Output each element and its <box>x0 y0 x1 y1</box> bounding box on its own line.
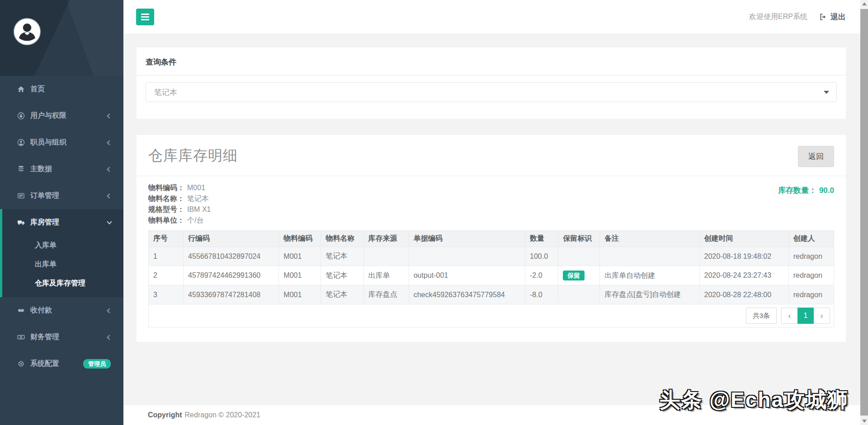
nav-block-master-data: 主数据 <box>0 156 123 182</box>
nav-block-finance-management: 财务管理 <box>0 324 123 350</box>
inventory-table: 序号行编码物料编码物料名称库存来源单据编码数量保留标识备注创建时间创建人1455… <box>148 230 834 304</box>
avatar[interactable] <box>13 18 41 46</box>
info-value: 笔记本 <box>187 195 209 202</box>
table-header-cell: 备注 <box>600 231 699 247</box>
nav-block-system-config: 系统配置管理员 <box>0 350 123 377</box>
nav-block-order-management: 订单管理 <box>0 182 123 209</box>
scrollbar[interactable] <box>860 0 868 425</box>
scroll-down-icon[interactable] <box>860 417 868 425</box>
table-header-cell: 创建时间 <box>699 231 788 247</box>
chevron-left-icon <box>107 140 112 145</box>
sidebar-subitem-outbound-order[interactable]: 出库单 <box>2 255 123 274</box>
menu-toggle-button[interactable] <box>136 9 154 25</box>
sidebar-item-receipts-payments[interactable]: 收付款 <box>0 297 123 324</box>
table-header-cell: 序号 <box>149 231 184 247</box>
pagination-prev-button[interactable]: ‹ <box>781 308 797 324</box>
info-label: 物料编码： <box>148 184 184 191</box>
scroll-up-icon[interactable] <box>860 0 868 8</box>
table-header-cell: 物料名称 <box>321 231 363 247</box>
truck-icon <box>17 219 25 227</box>
sidebar-profile <box>0 0 123 76</box>
info-value: M001 <box>187 184 205 191</box>
sidebar-item-master-data[interactable]: 主数据 <box>0 156 123 182</box>
sidebar-subitem-inbound-order[interactable]: 入库单 <box>2 236 123 255</box>
pagination-next-button[interactable]: › <box>814 308 830 324</box>
role-badge: 管理员 <box>83 359 111 369</box>
chevron-left-icon <box>107 308 112 313</box>
sidebar-item-system-config[interactable]: 系统配置管理员 <box>0 350 123 377</box>
nav-block-home: 首页 <box>0 76 123 103</box>
welcome-text: 欢迎使用ERP系统 <box>749 12 807 22</box>
table-header-cell: 库存来源 <box>363 231 409 247</box>
table-row: 3459336978747281408M001笔记本库存盘点check45926… <box>149 285 834 304</box>
sidebar-item-home[interactable]: 首页 <box>0 76 123 103</box>
nav-block-receipts-payments: 收付款 <box>0 297 123 324</box>
money-icon <box>17 333 25 341</box>
stock-quantity: 库存数量：90.0 <box>778 185 834 196</box>
orders-icon <box>17 192 25 200</box>
user-icon <box>17 139 25 147</box>
sidebar-item-staff-organization[interactable]: 职员与组织 <box>0 129 123 156</box>
sidebar-item-warehouse-management[interactable]: 库房管理 <box>2 209 123 236</box>
reserve-badge: 保留 <box>563 271 585 280</box>
material-info: 物料编码：M001 物料名称：笔记本 规格型号：IBM X1 物料单位：个/台 … <box>148 176 834 230</box>
scrollbar-thumb[interactable] <box>860 9 868 416</box>
table-header-cell: 创建人 <box>788 231 834 247</box>
sign-out-icon <box>819 13 827 21</box>
lock-icon <box>17 112 25 120</box>
table-header-cell: 数量 <box>525 231 558 247</box>
caret-down-icon <box>824 91 829 94</box>
nav-block-users-permissions: 用户与权限 <box>0 103 123 129</box>
sidebar-item-finance-management[interactable]: 财务管理 <box>0 324 123 350</box>
pagination: 共3条 ‹ 1 › <box>148 304 834 327</box>
chevron-down-icon <box>107 219 112 224</box>
nav-block-warehouse-management: 库房管理入库单出库单仓库及库存管理 <box>0 209 123 297</box>
table-header-cell: 保留标识 <box>558 231 600 247</box>
submenu: 入库单出库单仓库及库存管理 <box>2 236 123 297</box>
page-title: 仓库库存明细 <box>148 146 834 166</box>
material-select[interactable]: 笔记本 <box>146 82 837 102</box>
chevron-left-icon <box>107 335 112 340</box>
info-label: 物料名称： <box>148 195 184 202</box>
home-icon <box>17 85 25 93</box>
chevron-left-icon <box>107 193 112 198</box>
nav-block-staff-organization: 职员与组织 <box>0 129 123 156</box>
sidebar-item-order-management[interactable]: 订单管理 <box>0 182 123 209</box>
inventory-detail-panel: 仓库库存明细 返回 物料编码：M001 物料名称：笔记本 规格型号：IBM X1… <box>137 135 846 342</box>
logout-button[interactable]: 退出 <box>819 12 846 22</box>
table-header-cell: 物料编码 <box>279 231 321 247</box>
back-button[interactable]: 返回 <box>798 146 834 167</box>
topbar: 欢迎使用ERP系统 退出 <box>123 0 860 33</box>
hamburger-icon <box>141 14 149 15</box>
sidebar-subitem-warehouse-inventory[interactable]: 仓库及库存管理 <box>2 274 123 293</box>
info-label: 物料单位： <box>148 216 184 224</box>
database-icon <box>17 165 25 173</box>
copyright-text: Copyright <box>148 411 182 419</box>
main-area: 欢迎使用ERP系统 退出 查询条件 笔记本 仓库库存明细 <box>123 0 860 425</box>
handshake-icon <box>17 307 25 315</box>
pagination-total: 共3条 <box>746 308 777 324</box>
info-label: 规格型号： <box>148 205 184 213</box>
chevron-left-icon <box>107 167 112 172</box>
sidebar-nav: 首页用户与权限职员与组织主数据订单管理库房管理入库单出库单仓库及库存管理收付款财… <box>0 76 123 377</box>
footer: Copyright Redragon © 2020-2021 <box>123 405 860 425</box>
table-header-row: 序号行编码物料编码物料名称库存来源单据编码数量保留标识备注创建时间创建人 <box>149 231 834 247</box>
chevron-left-icon <box>107 113 112 118</box>
table-header-cell: 行编码 <box>184 231 279 247</box>
table-row: 2457897424462991360M001笔记本出库单output-001-… <box>149 266 834 285</box>
query-panel: 查询条件 笔记本 <box>137 47 846 119</box>
material-select-value: 笔记本 <box>154 87 177 98</box>
table-header-cell: 单据编码 <box>409 231 525 247</box>
pagination-page-1[interactable]: 1 <box>797 308 814 324</box>
gear-icon <box>17 360 25 368</box>
info-value: IBM X1 <box>187 205 211 213</box>
sidebar: 首页用户与权限职员与组织主数据订单管理库房管理入库单出库单仓库及库存管理收付款财… <box>0 0 123 425</box>
info-value: 个/台 <box>187 216 203 224</box>
table-row: 1455667810432897024M001笔记本100.02020-08-1… <box>149 247 834 266</box>
content: 查询条件 笔记本 仓库库存明细 返回 物料编码：M001 物料名称：笔记本 规格… <box>123 33 860 405</box>
sidebar-item-users-permissions[interactable]: 用户与权限 <box>0 103 123 129</box>
query-panel-title: 查询条件 <box>137 47 846 75</box>
